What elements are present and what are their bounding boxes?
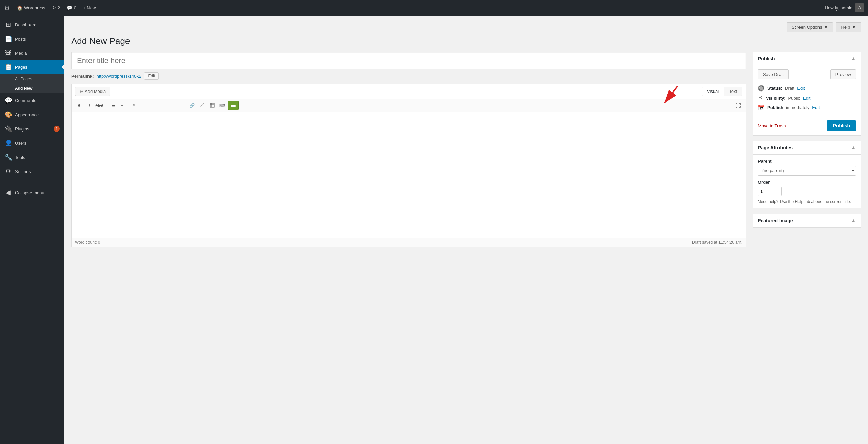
page-attributes-panel: Page Attributes ▲ Parent (no parent) Ord… xyxy=(753,141,861,208)
calendar-icon: 📅 xyxy=(758,104,765,111)
editor-box: ⊕ Add Media Visual Text B I ABC xyxy=(71,84,746,247)
publish-footer: Move to Trash Publish xyxy=(758,117,856,131)
sidebar-item-media[interactable]: 🖼 Media xyxy=(0,46,64,60)
tab-text[interactable]: Text xyxy=(724,87,742,96)
sidebar-collapse[interactable]: ◀ Collapse menu xyxy=(0,185,64,200)
wp-layout: ⊞ Dashboard 📄 Posts 🖼 Media 📋 Pages All … xyxy=(0,16,868,444)
tab-visual[interactable]: Visual xyxy=(702,87,724,96)
status-edit-link[interactable]: Edit xyxy=(797,86,805,91)
admin-bar: ⚙ 🏠 Wordpress ↻ 2 💬 0 + New Howdy, admin… xyxy=(0,0,868,16)
sidebar-item-comments[interactable]: 💬 Comments xyxy=(0,93,64,107)
add-media-button[interactable]: ⊕ Add Media xyxy=(75,87,110,96)
page-attributes-header[interactable]: Page Attributes ▲ xyxy=(753,141,861,155)
sidebar-item-posts[interactable]: 📄 Posts xyxy=(0,32,64,46)
home-icon: 🏠 xyxy=(17,5,22,11)
wp-more-button[interactable] xyxy=(228,101,239,110)
format-toolbar: B I ABC ☰ ≡ ❝ — xyxy=(72,99,746,112)
svg-rect-21 xyxy=(231,105,236,106)
plugins-badge: 1 xyxy=(54,126,60,132)
svg-text:≡: ≡ xyxy=(121,103,123,107)
order-input[interactable] xyxy=(758,187,782,196)
svg-rect-15 xyxy=(210,103,214,107)
users-icon: 👤 xyxy=(5,139,12,147)
fullscreen-button[interactable] xyxy=(733,101,743,110)
strikethrough-button[interactable]: ABC xyxy=(95,101,104,110)
sidebar-item-dashboard[interactable]: ⊞ Dashboard xyxy=(0,18,64,32)
publish-button[interactable]: Publish xyxy=(827,120,856,131)
featured-image-header[interactable]: Featured Image ▲ xyxy=(753,214,861,227)
align-right-button[interactable] xyxy=(173,101,183,110)
editor-content[interactable] xyxy=(72,112,746,238)
permalink-link[interactable]: http://wordpress/140-2/ xyxy=(96,74,141,79)
publish-panel-body: Save Draft Preview 🔘 Status: Draft Edit xyxy=(753,65,861,135)
save-draft-button[interactable]: Save Draft xyxy=(758,69,789,79)
publish-edit-link[interactable]: Edit xyxy=(812,105,820,110)
preview-button[interactable]: Preview xyxy=(830,69,856,79)
ordered-list-button[interactable]: ≡ xyxy=(119,101,128,110)
toolbar-sep-1 xyxy=(106,102,106,109)
publish-panel: Publish ▲ Save Draft Preview 🔘 Status: xyxy=(753,52,861,136)
publish-panel-header[interactable]: Publish ▲ xyxy=(753,52,861,65)
adminbar-new[interactable]: + New xyxy=(80,0,99,16)
page-title: Add New Page xyxy=(71,36,861,46)
sidebar-item-pages[interactable]: 📋 Pages xyxy=(0,60,64,74)
chevron-down-icon-help: ▼ xyxy=(852,25,856,30)
bold-button[interactable]: B xyxy=(74,101,84,110)
svg-line-13 xyxy=(200,107,201,107)
permalink-row: Permalink: http://wordpress/140-2/ Edit xyxy=(71,72,746,80)
link-button[interactable]: 🔗 xyxy=(187,101,197,110)
screen-options-button[interactable]: Screen Options ▼ xyxy=(787,22,833,32)
submenu-all-pages[interactable]: All Pages xyxy=(0,74,64,84)
parent-select[interactable]: (no parent) xyxy=(758,166,856,176)
posts-icon: 📄 xyxy=(5,35,12,43)
tools-icon: 🔧 xyxy=(5,154,12,161)
updates-icon: ↻ xyxy=(52,5,56,11)
sidebar-item-plugins[interactable]: 🔌 Plugins 1 xyxy=(0,122,64,136)
pages-icon: 📋 xyxy=(5,63,12,71)
visibility-row: 👁 Visibility: Public Edit xyxy=(758,93,856,103)
align-center-button[interactable] xyxy=(163,101,173,110)
blockquote-button[interactable]: ❝ xyxy=(129,101,138,110)
toolbar-sep-2 xyxy=(151,102,151,109)
table-button[interactable] xyxy=(208,101,217,110)
sidebar-item-settings[interactable]: ⚙ Settings xyxy=(0,164,64,179)
avatar: A xyxy=(855,3,864,12)
page-attributes-body: Parent (no parent) Order Need help? Use … xyxy=(753,155,861,208)
sidebar-item-users[interactable]: 👤 Users xyxy=(0,136,64,150)
unlink-button[interactable] xyxy=(197,101,207,110)
wp-logo-icon[interactable]: ⚙ xyxy=(4,4,10,12)
publish-actions: Save Draft Preview xyxy=(758,69,856,79)
parent-label: Parent xyxy=(758,159,856,164)
help-button[interactable]: Help ▼ xyxy=(836,22,861,32)
submenu-add-new[interactable]: Add New xyxy=(0,84,64,93)
unordered-list-button[interactable]: ☰ xyxy=(108,101,118,110)
svg-rect-22 xyxy=(231,106,236,107)
sidebar-item-tools[interactable]: 🔧 Tools xyxy=(0,150,64,164)
post-title-input[interactable] xyxy=(71,52,746,69)
status-row: 🔘 Status: Draft Edit xyxy=(758,83,856,93)
adminbar-comments[interactable]: 💬 0 xyxy=(63,0,80,16)
collapse-icon: ◀ xyxy=(5,189,12,196)
svg-rect-20 xyxy=(231,104,236,104)
align-left-button[interactable] xyxy=(153,101,162,110)
chevron-down-icon: ▼ xyxy=(824,25,828,30)
sidebar-item-appearance[interactable]: 🎨 Appearance xyxy=(0,107,64,122)
italic-button[interactable]: I xyxy=(84,101,94,110)
draft-saved-status: Draft saved at 11:54:26 am. xyxy=(692,240,742,245)
editor-tabs: Visual Text xyxy=(702,87,742,96)
adminbar-updates[interactable]: ↻ 2 xyxy=(49,0,63,16)
visibility-icon: 👁 xyxy=(758,95,763,101)
editor-main: Permalink: http://wordpress/140-2/ Edit … xyxy=(71,52,746,247)
order-label: Order xyxy=(758,180,856,185)
attr-help-text: Need help? Use the Help tab above the sc… xyxy=(758,199,856,204)
admin-sidebar: ⊞ Dashboard 📄 Posts 🖼 Media 📋 Pages All … xyxy=(0,16,64,444)
permalink-edit-button[interactable]: Edit xyxy=(144,72,159,80)
adminbar-site[interactable]: 🏠 Wordpress xyxy=(14,0,49,16)
special-char-button[interactable]: ⌨ xyxy=(218,101,227,110)
adminbar-howdy: Howdy, admin A xyxy=(825,3,864,12)
publish-panel-toggle: ▲ xyxy=(851,56,856,62)
visibility-edit-link[interactable]: Edit xyxy=(803,96,810,101)
move-to-trash-link[interactable]: Move to Trash xyxy=(758,123,786,128)
hr-button[interactable]: — xyxy=(139,101,149,110)
dashboard-icon: ⊞ xyxy=(5,21,12,28)
